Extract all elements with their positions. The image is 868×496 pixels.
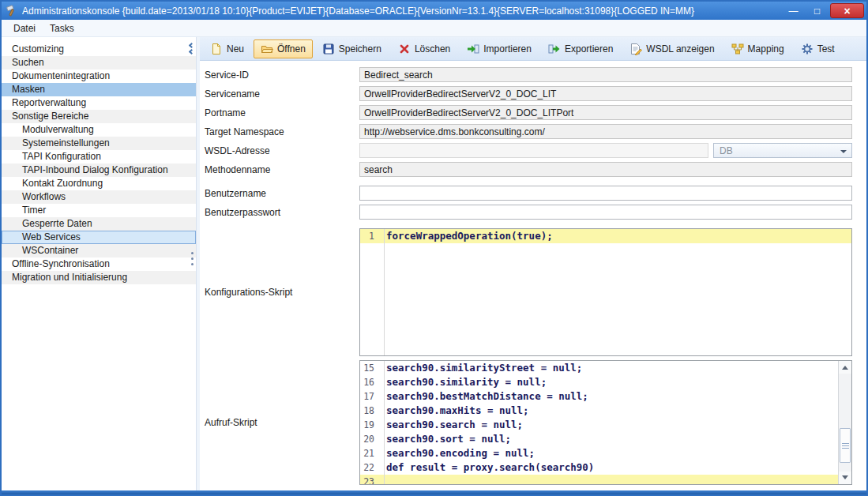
menu-tasks[interactable]: Tasks <box>43 21 81 36</box>
arrow-down-icon <box>842 475 848 483</box>
mapping-nodes-icon <box>731 43 744 55</box>
open-button[interactable]: Öffnen <box>254 39 313 58</box>
code-line[interactable]: 22 def result = proxy.search(search90) <box>360 460 838 475</box>
benutzername-field[interactable] <box>359 186 852 201</box>
line-number: 19 <box>360 418 379 432</box>
form-row: Konfigurations-Skript 1 forceWrappedOper… <box>205 228 852 356</box>
titlebar: Administrationskonsole {build.date=2013/… <box>2 2 866 20</box>
portname-field[interactable] <box>359 105 852 120</box>
sidebar-item-label: WSContainer <box>22 245 78 256</box>
code-line[interactable]: 15 search90.similarityStreet = null; <box>360 361 838 375</box>
import-button[interactable]: Importieren <box>460 39 539 58</box>
code-line[interactable]: 23 <box>360 475 838 485</box>
sidebar-item[interactable]: Reportverwaltung <box>2 96 196 110</box>
wsdl-adresse-label: WSDL-Adresse <box>205 143 359 156</box>
sidebar-item[interactable]: WSContainer <box>2 244 196 257</box>
new-document-icon <box>210 43 223 55</box>
window-title: Administrationskonsole {build.date=2013/… <box>22 6 778 17</box>
test-button[interactable]: Test <box>794 39 842 58</box>
wsdl-show-button[interactable]: WSDL anzeigen <box>622 39 721 58</box>
sidebar-item-label: Customizing <box>12 43 64 54</box>
combo-selected-value: DB <box>720 145 733 156</box>
sidebar-item[interactable]: Masken <box>2 83 196 96</box>
target-namespace-label: Target Namespace <box>205 124 359 137</box>
sidebar-item[interactable]: Systemeinstellungen <box>2 137 196 150</box>
window-controls: — □ × <box>783 3 864 18</box>
code-line[interactable]: 20 search90.sort = null; <box>360 432 838 446</box>
sidebar-item[interactable]: Timer <box>2 204 196 217</box>
sidebar-item[interactable]: Migration und Initialisierung <box>2 271 196 284</box>
sidebar-item[interactable]: Suchen <box>2 56 196 70</box>
form-row: Portname <box>205 105 852 120</box>
button-label: Speichern <box>339 43 381 54</box>
sidebar-item-label: Workflows <box>22 191 66 202</box>
konfigurations-skript-editor[interactable]: 1 forceWrappedOperation(true); <box>359 228 852 356</box>
form-row: Servicename <box>205 86 852 101</box>
sidebar-item[interactable]: Offline-Synchronisation <box>2 257 196 271</box>
sidebar-collapse-handle[interactable] <box>190 43 194 54</box>
sidebar-item[interactable]: Web Services <box>2 231 196 244</box>
sidebar-item-label: Modulverwaltung <box>22 124 94 135</box>
delete-button[interactable]: Löschen <box>391 39 457 58</box>
benutzerpasswort-field[interactable] <box>359 205 852 220</box>
benutzerpasswort-label: Benutzerpasswort <box>205 205 359 218</box>
line-number: 21 <box>360 446 379 460</box>
code-text <box>379 475 838 485</box>
code-text: search90.bestMatchDistance = null; <box>379 389 838 404</box>
target-namespace-field[interactable] <box>359 124 852 139</box>
sidebar-item[interactable]: TAPI-Inbound Dialog Konfiguration <box>2 163 196 177</box>
code-line[interactable]: 19 search90.search = null; <box>360 418 838 432</box>
wsdl-source-combo[interactable]: DB <box>713 143 852 158</box>
export-button[interactable]: Exportieren <box>541 39 620 58</box>
code-text: search90.search = null; <box>379 418 838 432</box>
methodenname-field[interactable] <box>359 162 852 177</box>
sidebar-item-label: Reportverwaltung <box>12 97 86 108</box>
mapping-button[interactable]: Mapping <box>724 39 791 58</box>
webservice-form: Service-ID Servicename Portname Target N… <box>200 61 866 490</box>
sidebar-item[interactable]: Gesperrte Daten <box>2 217 196 231</box>
splitter-grip[interactable] <box>191 252 194 265</box>
servicename-field[interactable] <box>359 86 852 101</box>
code-line[interactable]: 1 forceWrappedOperation(true); <box>360 229 851 243</box>
sidebar-item-label: Web Services <box>22 231 81 242</box>
maximize-button[interactable]: □ <box>806 3 828 18</box>
window-bottom-edge <box>2 490 866 494</box>
sidebar-item[interactable]: Customizing <box>2 43 196 56</box>
service-id-field[interactable] <box>359 67 852 82</box>
chevron-left-icon <box>189 43 194 48</box>
scroll-up-button[interactable] <box>839 361 851 374</box>
menu-datei[interactable]: Datei <box>6 21 43 36</box>
minimize-button[interactable]: — <box>783 3 804 18</box>
sidebar-item[interactable]: Workflows <box>2 190 196 204</box>
sidebar-item[interactable]: Kontakt Zuordnung <box>2 177 196 190</box>
save-button[interactable]: Speichern <box>315 39 389 58</box>
code-line[interactable]: 21 search90.encoding = null; <box>360 446 838 460</box>
scrollbar-thumb[interactable] <box>840 428 851 463</box>
code-line[interactable]: 16 search90.similarity = null; <box>360 375 838 389</box>
sidebar-list: Customizing Suchen Dokumentenintegration… <box>2 43 196 284</box>
button-label: Exportieren <box>565 43 613 54</box>
import-arrow-icon <box>467 43 479 55</box>
button-label: Öffnen <box>277 43 306 54</box>
new-button[interactable]: Neu <box>203 39 251 58</box>
line-number: 17 <box>360 389 379 404</box>
scrollbar-track[interactable] <box>839 374 851 472</box>
sidebar-item[interactable]: Modulverwaltung <box>2 123 196 137</box>
sidebar-item[interactable]: Dokumentenintegration <box>2 70 196 83</box>
delete-x-icon <box>398 43 411 55</box>
code-line[interactable]: 18 search90.maxHits = null; <box>360 404 838 418</box>
wsdl-adresse-field[interactable] <box>359 143 708 158</box>
button-label: Löschen <box>415 43 450 54</box>
toolbar: Neu Öffnen Speichern <box>200 37 866 61</box>
aufruf-skript-editor[interactable]: 15 search90.similarityStreet = null; 16 … <box>359 360 852 485</box>
scroll-down-button[interactable] <box>839 472 851 484</box>
gutter-separator <box>384 229 385 355</box>
floppy-disk-icon <box>322 43 335 55</box>
sidebar-item[interactable]: TAPI Konfiguration <box>2 150 196 163</box>
vertical-scrollbar[interactable] <box>838 361 851 484</box>
close-button[interactable]: × <box>830 3 864 18</box>
sidebar-item[interactable]: Sonstige Bereiche <box>2 110 196 123</box>
code-line[interactable]: 17 search90.bestMatchDistance = null; <box>360 389 838 404</box>
portname-label: Portname <box>205 105 359 118</box>
arrow-up-icon <box>842 363 848 370</box>
